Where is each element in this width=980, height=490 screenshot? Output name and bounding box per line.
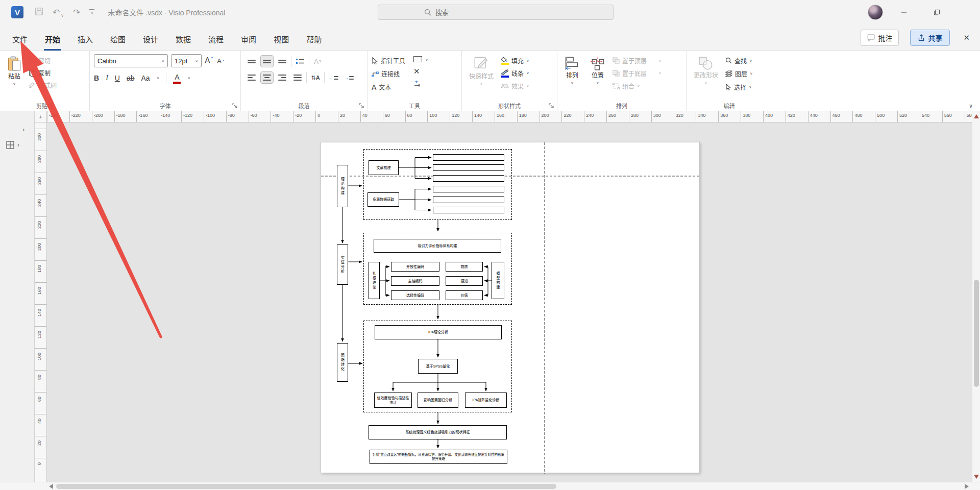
paste-dropdown-chevron[interactable]: ∨ — [13, 82, 16, 86]
grounded-theory-box[interactable]: 扎根理论 — [369, 262, 380, 299]
line-button[interactable]: 线条∨ — [501, 69, 529, 78]
tab-design[interactable]: 设计 — [142, 32, 159, 51]
select-button[interactable]: 选择∨ — [725, 83, 753, 91]
scroll-left-arrow[interactable] — [49, 484, 53, 489]
empty-item-bar[interactable] — [433, 186, 504, 192]
copy-button[interactable]: 复制 — [29, 68, 57, 77]
value-box[interactable]: 价值 — [446, 290, 483, 300]
h-scrollbar[interactable] — [0, 482, 980, 490]
tab-home[interactable]: 开始 — [44, 32, 61, 51]
group-button[interactable]: 组合∨ — [612, 82, 662, 90]
align-center-button[interactable] — [260, 71, 274, 84]
search-box[interactable] — [378, 5, 614, 20]
ipa-analysis-header-box[interactable]: IPA理论分析 — [375, 325, 502, 339]
search-input[interactable] — [435, 9, 589, 16]
reliability-box[interactable]: 信效度检验与描述性统计 — [374, 393, 412, 408]
font-family-select[interactable]: Calibri∨ — [94, 54, 168, 67]
scroll-right-arrow[interactable] — [965, 484, 969, 489]
stage-strategy-box[interactable]: 策略转化 — [337, 343, 348, 382]
redo-button[interactable]: ↷ — [73, 7, 80, 18]
find-button[interactable]: 查找∨ — [725, 56, 753, 65]
minimize-button[interactable] — [892, 0, 916, 24]
spss-box[interactable]: 基于SPSS量化 — [418, 359, 458, 374]
selective-coding-box[interactable]: 选择性编码 — [391, 290, 439, 300]
text-direction-button[interactable]: ⇅A — [309, 71, 322, 84]
tab-insert[interactable]: 插入 — [77, 32, 94, 51]
bullets-button[interactable] — [293, 55, 307, 67]
tab-file[interactable]: 文件 — [11, 32, 29, 51]
index-system-header-box[interactable]: 吸引力评价指标体系构建 — [374, 239, 501, 253]
paste-button[interactable]: 粘贴 ∨ — [4, 54, 24, 103]
page[interactable]: 理论构建 实证分析 策略转化 文献梳理 多源数据获取 吸引力评价指标体系构建 扎… — [321, 142, 700, 473]
increase-indent-button[interactable]: → — [342, 71, 355, 84]
justify-button[interactable] — [291, 71, 304, 84]
increase-font-button[interactable]: A⌃ — [205, 56, 214, 65]
italic-button[interactable]: I — [106, 74, 108, 82]
close-document-button[interactable]: ✕ — [961, 33, 972, 42]
material-box[interactable]: 物质 — [446, 262, 483, 272]
conclusion-box[interactable]: 系统梳理遵义红色旅游吸引力的现状特征 — [369, 425, 507, 439]
layers-button[interactable]: 图层∨ — [725, 69, 753, 78]
shapes-panel-button[interactable]: › — [6, 141, 19, 149]
sidebar-expand-chevron[interactable]: › — [22, 126, 24, 133]
data-source-box[interactable]: 多源数据获取 — [368, 192, 399, 207]
strategy-box[interactable]: 针对“重点改善区”的短板指标，从资源保护、服务升级、文化认同等维度提出针对性的形… — [370, 450, 507, 464]
connector-tool-button[interactable]: 连接线 — [372, 69, 405, 78]
quick-styles-button[interactable]: 快速样式 ∨ — [466, 54, 497, 103]
stage-empirical-box[interactable]: 实证分析 — [337, 244, 348, 285]
empty-item-bar[interactable] — [433, 197, 504, 203]
change-case-button[interactable]: Aa — [141, 74, 150, 82]
cut-button[interactable]: 剪切 — [29, 56, 57, 65]
effects-button[interactable]: 效果∨ — [501, 82, 529, 90]
save-icon[interactable] — [35, 7, 43, 18]
rectangle-tool-button[interactable]: ∨ — [413, 56, 428, 62]
align-middle-button[interactable] — [260, 55, 274, 67]
send-to-back-button[interactable]: 置于底层∨ — [612, 69, 662, 78]
bring-to-front-button[interactable]: 置于顶层∨ — [612, 56, 662, 65]
decrease-font-button[interactable]: A⌄ — [217, 57, 225, 65]
comments-button[interactable]: 批注 — [861, 30, 899, 46]
empty-item-bar[interactable] — [433, 175, 504, 182]
paragraph-dialog-launcher[interactable] — [359, 103, 365, 109]
empty-item-bar[interactable] — [433, 207, 504, 213]
tab-help[interactable]: 帮助 — [305, 32, 323, 51]
scroll-down-arrow[interactable] — [974, 475, 979, 479]
align-right-button[interactable] — [276, 71, 289, 84]
connection-point-tool-button[interactable]: ✕ — [413, 67, 428, 75]
align-button[interactable]: 排列∨ — [561, 54, 583, 103]
ipa-matrix-box[interactable]: IPA矩阵量化诊断 — [465, 393, 507, 408]
share-button[interactable]: 共享 — [910, 30, 950, 46]
tab-data[interactable]: 数据 — [175, 32, 192, 51]
collapse-ribbon-button[interactable]: ∨ — [969, 103, 973, 109]
rotate-text-button[interactable]: A↰ — [311, 55, 325, 67]
change-shape-button[interactable]: 更改形状∨ — [691, 54, 721, 103]
tab-process[interactable]: 流程 — [207, 32, 225, 51]
position-button[interactable]: 位置∨ — [587, 54, 608, 103]
v-scrollbar-thumb[interactable] — [974, 280, 979, 387]
align-top-button[interactable] — [245, 55, 258, 67]
undo-button[interactable]: ↶∨ — [53, 7, 64, 18]
font-dialog-launcher[interactable] — [232, 103, 238, 109]
tab-view[interactable]: 视图 — [273, 32, 290, 51]
qat-customize-button[interactable]: ∨ — [89, 9, 94, 15]
avatar[interactable] — [868, 5, 883, 20]
perception-box[interactable]: 感知 — [446, 276, 483, 286]
axial-coding-box[interactable]: 主轴编码 — [391, 276, 439, 286]
empty-item-bar[interactable] — [433, 164, 504, 171]
canvas[interactable]: 理论构建 实证分析 策略转化 文献梳理 多源数据获取 吸引力评价指标体系构建 扎… — [47, 122, 972, 482]
shape-styles-dialog-launcher[interactable] — [549, 103, 555, 109]
maximize-button[interactable] — [925, 0, 948, 24]
open-coding-box[interactable]: 开放性编码 — [391, 262, 439, 272]
connection-point-icon[interactable] — [413, 80, 421, 87]
font-color-chevron[interactable]: ∨ — [187, 76, 190, 80]
pointer-tool-button[interactable]: 指针工具 — [372, 56, 405, 65]
bold-button[interactable]: B — [94, 74, 99, 82]
strikethrough-button[interactable]: ab — [127, 74, 135, 82]
tab-draw[interactable]: 绘图 — [109, 32, 127, 51]
format-painter-button[interactable]: 格式刷 — [29, 81, 57, 89]
tab-review[interactable]: 审阅 — [240, 32, 257, 51]
font-size-select[interactable]: 12pt∨ — [171, 54, 202, 67]
scroll-up-arrow[interactable] — [974, 114, 979, 118]
empty-item-bar[interactable] — [433, 154, 504, 161]
literature-box[interactable]: 文献梳理 — [369, 160, 399, 175]
